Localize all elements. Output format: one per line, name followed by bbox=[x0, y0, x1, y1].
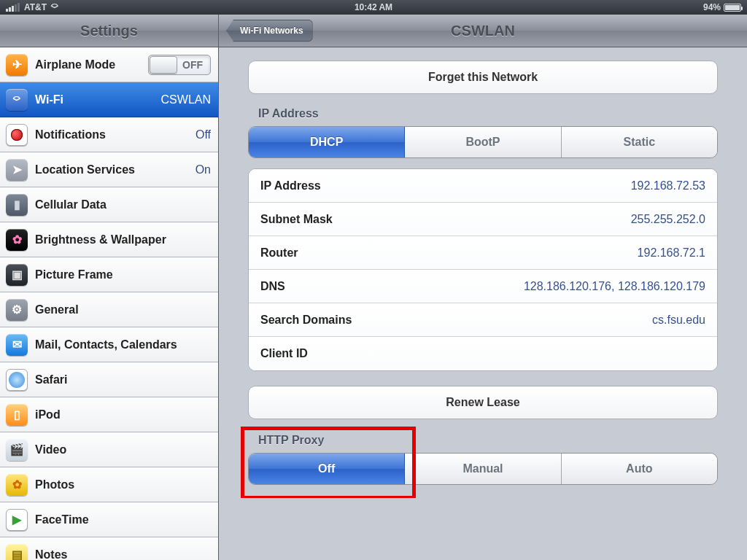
sidebar-item-photos[interactable]: ✿ Photos bbox=[0, 467, 218, 502]
notifications-icon bbox=[6, 124, 28, 146]
sidebar-item-notes[interactable]: ▤ Notes bbox=[0, 537, 218, 560]
detail-header: Wi-Fi Networks CSWLAN bbox=[219, 15, 747, 47]
row-router[interactable]: Router 192.168.72.1 bbox=[249, 236, 717, 270]
sidebar-item-location-services[interactable]: ➤ Location Services On bbox=[0, 152, 218, 187]
sidebar-item-label: Photos bbox=[35, 478, 74, 491]
sidebar-item-label: Mail, Contacts, Calendars bbox=[35, 338, 177, 351]
sidebar-item-label: General bbox=[35, 303, 79, 316]
row-value: cs.fsu.edu bbox=[652, 314, 705, 327]
row-search-domains[interactable]: Search Domains cs.fsu.edu bbox=[249, 303, 717, 337]
wifi-settings-icon: ⌔ bbox=[6, 89, 28, 111]
facetime-icon: ▶ bbox=[6, 509, 28, 531]
proxy-tab-manual[interactable]: Manual bbox=[405, 454, 561, 484]
row-value: 192.168.72.53 bbox=[631, 179, 705, 192]
wifi-icon: ⌔ bbox=[51, 1, 58, 13]
sidebar-item-label: FaceTime bbox=[35, 513, 89, 526]
sidebar-item-label: Picture Frame bbox=[35, 268, 113, 281]
airplane-icon: ✈ bbox=[6, 54, 28, 76]
ip-mode-segmented: DHCP BootP Static bbox=[248, 126, 718, 158]
row-value: 192.168.72.1 bbox=[638, 246, 705, 260]
sidebar-item-cellular-data[interactable]: ▮ Cellular Data bbox=[0, 187, 218, 222]
sidebar-item-picture-frame[interactable]: ▣ Picture Frame bbox=[0, 257, 218, 292]
sidebar-item-value: On bbox=[196, 163, 211, 176]
sidebar-item-label: Wi-Fi bbox=[35, 93, 63, 106]
forget-network-button[interactable]: Forget this Network bbox=[248, 61, 718, 94]
row-client-id[interactable]: Client ID bbox=[249, 337, 717, 370]
http-proxy-label: HTTP Proxy bbox=[258, 434, 718, 447]
proxy-mode-segmented: Off Manual Auto bbox=[248, 453, 718, 485]
forget-network-label: Forget this Network bbox=[428, 71, 538, 84]
brightness-icon: ✿ bbox=[6, 229, 28, 251]
row-value: 255.255.252.0 bbox=[631, 213, 705, 226]
back-button-label: Wi-Fi Networks bbox=[240, 26, 303, 36]
sidebar-item-wifi[interactable]: ⌔ Wi-Fi CSWLAN bbox=[0, 82, 218, 117]
row-key: Search Domains bbox=[260, 314, 352, 327]
video-icon: 🎬 bbox=[6, 439, 28, 461]
row-value: 128.186.120.176, 128.186.120.179 bbox=[524, 280, 705, 293]
detail-title: CSWLAN bbox=[451, 23, 515, 39]
sidebar-item-label: iPod bbox=[35, 408, 61, 421]
row-key: Router bbox=[260, 246, 298, 260]
row-key: DNS bbox=[260, 280, 285, 293]
toggle-off-label: OFF bbox=[182, 59, 210, 71]
sidebar-item-label: Video bbox=[35, 443, 66, 456]
sidebar-item-mail-contacts-calendars[interactable]: ✉ Mail, Contacts, Calendars bbox=[0, 327, 218, 362]
mail-icon: ✉ bbox=[6, 334, 28, 356]
gear-icon: ⚙ bbox=[6, 299, 28, 321]
sidebar-title: Settings bbox=[0, 15, 218, 47]
row-key: Client ID bbox=[260, 347, 308, 360]
airplane-mode-toggle[interactable]: OFF bbox=[148, 55, 211, 75]
status-left: AT&T ⌔ bbox=[6, 1, 58, 13]
detail-body[interactable]: Forget this Network IP Address DHCP Boot… bbox=[219, 47, 747, 498]
status-bar: AT&T ⌔ 10:42 AM 94% bbox=[0, 0, 747, 15]
safari-icon bbox=[6, 369, 28, 391]
back-button[interactable]: Wi-Fi Networks bbox=[226, 20, 313, 42]
sidebar-item-facetime[interactable]: ▶ FaceTime bbox=[0, 502, 218, 537]
sidebar-item-general[interactable]: ⚙ General bbox=[0, 292, 218, 327]
sidebar-item-value: Off bbox=[196, 128, 211, 141]
ip-details-table: IP Address 192.168.72.53 Subnet Mask 255… bbox=[248, 168, 718, 371]
proxy-tab-auto[interactable]: Auto bbox=[562, 454, 717, 484]
cellular-icon: ▮ bbox=[6, 194, 28, 216]
proxy-tab-off[interactable]: Off bbox=[249, 454, 405, 484]
notes-icon: ▤ bbox=[6, 544, 28, 561]
sidebar-item-label: Notifications bbox=[35, 128, 106, 141]
sidebar-item-airplane-mode[interactable]: ✈ Airplane Mode OFF bbox=[0, 47, 218, 82]
battery-percent: 94% bbox=[703, 2, 721, 12]
ip-tab-bootp[interactable]: BootP bbox=[405, 127, 561, 158]
sidebar-item-label: Location Services bbox=[35, 163, 135, 176]
sidebar-item-label: Notes bbox=[35, 548, 67, 561]
sidebar-item-label: Cellular Data bbox=[35, 198, 107, 211]
picture-frame-icon: ▣ bbox=[6, 264, 28, 286]
sidebar-item-brightness-wallpaper[interactable]: ✿ Brightness & Wallpaper bbox=[0, 222, 218, 257]
photos-icon: ✿ bbox=[6, 474, 28, 496]
row-ip-address[interactable]: IP Address 192.168.72.53 bbox=[249, 169, 717, 203]
sidebar-list[interactable]: ✈ Airplane Mode OFF ⌔ Wi-Fi CSWLAN Notif… bbox=[0, 47, 218, 560]
row-dns[interactable]: DNS 128.186.120.176, 128.186.120.179 bbox=[249, 270, 717, 303]
ip-tab-static[interactable]: Static bbox=[562, 127, 717, 158]
sidebar-item-label: Brightness & Wallpaper bbox=[35, 233, 166, 246]
sidebar-item-video[interactable]: 🎬 Video bbox=[0, 432, 218, 467]
battery-icon bbox=[724, 4, 741, 12]
sidebar-item-value: CSWLAN bbox=[161, 93, 211, 106]
renew-lease-button[interactable]: Renew Lease bbox=[248, 386, 718, 419]
row-key: Subnet Mask bbox=[260, 213, 333, 226]
location-icon: ➤ bbox=[6, 159, 28, 181]
sidebar-item-notifications[interactable]: Notifications Off bbox=[0, 117, 218, 152]
row-subnet-mask[interactable]: Subnet Mask 255.255.252.0 bbox=[249, 203, 717, 236]
settings-sidebar: Settings ✈ Airplane Mode OFF ⌔ Wi-Fi CSW… bbox=[0, 15, 219, 560]
ip-address-section-label: IP Address bbox=[258, 107, 718, 120]
carrier-label: AT&T bbox=[24, 2, 47, 12]
sidebar-item-safari[interactable]: Safari bbox=[0, 362, 218, 397]
ip-tab-dhcp[interactable]: DHCP bbox=[249, 127, 405, 158]
http-proxy-section: HTTP Proxy Off Manual Auto bbox=[248, 434, 718, 485]
sidebar-item-ipod[interactable]: ▯ iPod bbox=[0, 397, 218, 432]
renew-lease-label: Renew Lease bbox=[446, 396, 519, 409]
detail-pane: Wi-Fi Networks CSWLAN Forget this Networ… bbox=[219, 15, 747, 560]
sidebar-item-label: Airplane Mode bbox=[35, 58, 115, 71]
row-key: IP Address bbox=[260, 179, 321, 192]
cellular-signal-icon bbox=[6, 3, 20, 12]
clock: 10:42 AM bbox=[355, 2, 392, 12]
status-right: 94% bbox=[703, 2, 741, 12]
sidebar-item-label: Safari bbox=[35, 373, 67, 386]
